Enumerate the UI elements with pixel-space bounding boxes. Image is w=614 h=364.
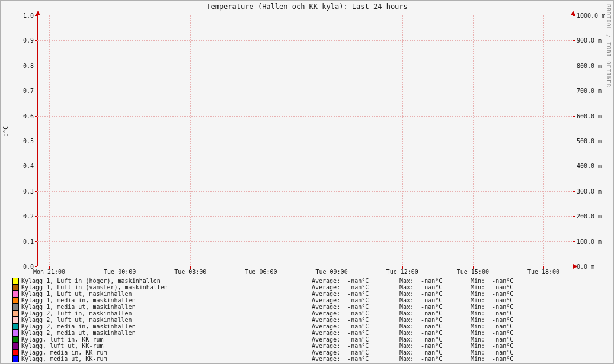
legend-average: Average: -nan°C: [312, 297, 399, 304]
legend-row: Kylagg 1, Luft in (höger), maskinhallenA…: [12, 277, 605, 284]
legend-swatch: [12, 343, 19, 349]
ytick-left: 0.6: [23, 112, 37, 119]
gridline-h: [37, 216, 573, 217]
legend-average: Average: -nan°C: [312, 330, 399, 336]
ytick-left: 0.4: [23, 163, 37, 169]
ytick-left: 0.3: [23, 188, 37, 194]
legend-swatch: [12, 317, 19, 323]
legend-min: Min: -nan°C: [471, 317, 542, 323]
legend-average: Average: -nan°C: [312, 349, 399, 356]
legend-max: Max: -nan°C: [399, 323, 471, 330]
gridline-h: [37, 40, 573, 41]
legend-row: Kylagg 2, luft ut, maskinhallenAverage: …: [12, 316, 605, 323]
legend-max: Max: -nan°C: [399, 304, 471, 310]
gridline-h: [37, 241, 573, 242]
legend-max: Max: -nan°C: [399, 330, 471, 336]
legend-max: Max: -nan°C: [399, 278, 471, 284]
legend-average: Average: -nan°C: [312, 343, 399, 349]
legend-max: Max: -nan°C: [399, 310, 471, 317]
legend-min: Min: -nan°C: [471, 310, 542, 317]
legend-max: Max: -nan°C: [399, 317, 471, 323]
legend-series-name: Kylagg 1, media in, maskinhallen: [21, 297, 312, 304]
legend-series-name: Kylagg, luft ut, KK-rum: [21, 343, 312, 349]
legend-series-name: Kylagg 1, Luft in (vänster), maskinhalle…: [21, 284, 312, 291]
ytick-right: 100.0 m: [573, 238, 602, 244]
gridline-v: [543, 15, 544, 266]
gridline-v: [402, 15, 403, 266]
legend-min: Min: -nan°C: [471, 349, 542, 356]
legend-min: Min: -nan°C: [471, 297, 542, 304]
legend-average: Average: -nan°C: [312, 336, 399, 343]
legend-series-name: Kylagg 1, Luft ut, maskinhallen: [21, 291, 312, 297]
legend-min: Min: -nan°C: [471, 323, 542, 330]
legend-min: Min: -nan°C: [471, 330, 542, 336]
xtick: Tue 03:00: [174, 266, 206, 275]
legend-row: Kylagg, luft in, KK-rumAverage: -nan°CMa…: [12, 336, 605, 342]
gridline-h: [37, 116, 573, 117]
legend-average: Average: -nan°C: [312, 291, 399, 297]
gridline-h: [37, 191, 573, 192]
chart-frame: Temperature (Hallen och KK kyla): Last 2…: [0, 0, 614, 364]
legend-average: Average: -nan°C: [312, 284, 399, 291]
legend-max: Max: -nan°C: [399, 297, 471, 304]
ytick-right: 600.0 m: [573, 112, 602, 119]
gridline-v: [190, 15, 191, 266]
legend-series-name: Kylagg, luft in, KK-rum: [21, 336, 312, 343]
legend-row: Kylagg, media in, KK-rumAverage: -nan°CM…: [12, 349, 605, 355]
legend-max: Max: -nan°C: [399, 343, 471, 349]
legend-average: Average: -nan°C: [312, 317, 399, 323]
ytick-left: 0.5: [23, 138, 37, 144]
legend-row: Kylagg 1, Luft ut, maskinhallenAverage: …: [12, 290, 605, 297]
legend-swatch: [12, 323, 19, 330]
legend-row: Kylagg 1, media in, maskinhallenAverage:…: [12, 297, 605, 303]
legend-swatch: [12, 349, 19, 356]
gridline-h: [37, 141, 573, 141]
legend-row: Kylagg 1, Luft in (vänster), maskinhalle…: [12, 284, 605, 290]
xtick: Tue 00:00: [104, 266, 136, 275]
chart-title: Temperature (Hallen och KK kyla): Last 2…: [1, 2, 613, 11]
legend: Kylagg 1, Luft in (höger), maskinhallenA…: [12, 277, 605, 362]
legend-min: Min: -nan°C: [471, 356, 542, 362]
xtick: Tue 06:00: [245, 266, 277, 275]
legend-series-name: Kylagg 1, Luft in (höger), maskinhallen: [21, 278, 312, 284]
legend-swatch: [12, 278, 19, 284]
ytick-right: 0.0 m: [573, 263, 594, 270]
y-axis-label: :°C: [2, 126, 9, 137]
ytick-left: 0.2: [23, 213, 37, 220]
gridline-v: [332, 15, 332, 266]
xtick: Tue 09:00: [315, 266, 347, 275]
gridline-v: [473, 15, 474, 266]
gridline-h: [37, 91, 573, 91]
ytick-left: 1.0: [23, 12, 37, 19]
ytick-left: 0.8: [23, 62, 37, 69]
legend-swatch: [12, 336, 19, 343]
legend-row: Kylagg, media ut, KK-rumAverage: -nan°CM…: [12, 355, 605, 362]
legend-min: Min: -nan°C: [471, 343, 542, 349]
legend-average: Average: -nan°C: [312, 356, 399, 362]
gridline-v: [120, 15, 120, 266]
xtick: Tue 15:00: [457, 266, 489, 275]
legend-row: Kylagg 2, luft in, maskinhallenAverage: …: [12, 310, 605, 316]
ytick-right: 200.0 m: [573, 213, 602, 220]
legend-min: Min: -nan°C: [471, 278, 542, 284]
xtick: Tue 18:00: [527, 266, 559, 275]
legend-row: Kylagg, luft ut, KK-rumAverage: -nan°CMa…: [12, 342, 605, 349]
legend-average: Average: -nan°C: [312, 310, 399, 317]
legend-max: Max: -nan°C: [399, 336, 471, 343]
gridline-v: [261, 15, 261, 266]
gridline-h: [37, 166, 573, 166]
legend-swatch: [12, 330, 19, 336]
legend-max: Max: -nan°C: [399, 284, 471, 291]
legend-max: Max: -nan°C: [399, 356, 471, 362]
legend-max: Max: -nan°C: [399, 349, 471, 356]
ytick-right: 700.0 m: [573, 88, 602, 94]
legend-max: Max: -nan°C: [399, 291, 471, 297]
legend-min: Min: -nan°C: [471, 284, 542, 291]
legend-series-name: Kylagg, media in, KK-rum: [21, 349, 312, 356]
xtick: Tue 12:00: [386, 266, 418, 275]
legend-min: Min: -nan°C: [471, 336, 542, 343]
legend-average: Average: -nan°C: [312, 278, 399, 284]
legend-row: Kylagg 2, media in, maskinhallenAverage:…: [12, 323, 605, 329]
ytick-right: 500.0 m: [573, 138, 602, 144]
plot-area: 0.00.0 m0.1100.0 m0.2200.0 m0.3300.0 m0.…: [37, 15, 573, 266]
